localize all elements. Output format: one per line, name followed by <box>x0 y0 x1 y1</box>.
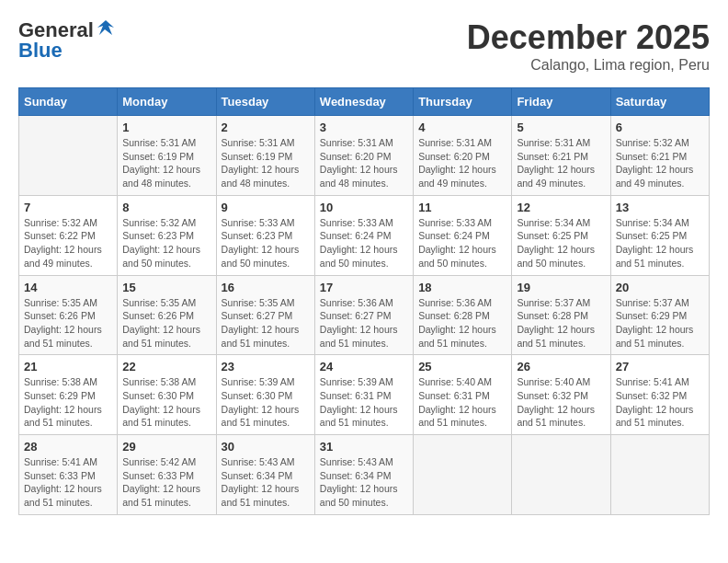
calendar-cell: 6Sunrise: 5:32 AM Sunset: 6:21 PM Daylig… <box>610 116 709 196</box>
calendar-cell: 8Sunrise: 5:32 AM Sunset: 6:23 PM Daylig… <box>118 195 216 275</box>
day-info: Sunrise: 5:31 AM Sunset: 6:21 PM Dayligh… <box>517 136 605 190</box>
day-info: Sunrise: 5:33 AM Sunset: 6:24 PM Dayligh… <box>320 216 408 270</box>
weekday-header-saturday: Saturday <box>610 88 709 116</box>
day-info: Sunrise: 5:37 AM Sunset: 6:28 PM Dayligh… <box>517 296 605 350</box>
calendar-cell: 11Sunrise: 5:33 AM Sunset: 6:24 PM Dayli… <box>414 195 512 275</box>
day-number: 13 <box>616 201 704 214</box>
weekday-header-thursday: Thursday <box>414 88 512 116</box>
day-number: 16 <box>222 281 310 294</box>
day-info: Sunrise: 5:32 AM Sunset: 6:23 PM Dayligh… <box>122 216 210 270</box>
day-info: Sunrise: 5:32 AM Sunset: 6:22 PM Dayligh… <box>24 216 112 270</box>
logo-blue: Blue <box>18 39 63 63</box>
day-number: 24 <box>320 360 408 373</box>
calendar-cell: 27Sunrise: 5:41 AM Sunset: 6:32 PM Dayli… <box>610 355 709 435</box>
calendar-cell: 16Sunrise: 5:35 AM Sunset: 6:27 PM Dayli… <box>216 275 314 355</box>
calendar-cell: 13Sunrise: 5:34 AM Sunset: 6:25 PM Dayli… <box>610 195 709 275</box>
day-number: 3 <box>320 121 408 134</box>
day-number: 12 <box>517 201 605 214</box>
calendar-cell: 7Sunrise: 5:32 AM Sunset: 6:22 PM Daylig… <box>19 195 118 275</box>
calendar-cell <box>512 435 610 515</box>
day-number: 15 <box>122 281 210 294</box>
day-number: 18 <box>418 281 506 294</box>
day-info: Sunrise: 5:40 AM Sunset: 6:31 PM Dayligh… <box>418 375 506 430</box>
logo: General Blue <box>18 18 116 63</box>
title-block: December 2025 Calango, Lima region, Peru <box>467 18 710 74</box>
calendar-week-2: 7Sunrise: 5:32 AM Sunset: 6:22 PM Daylig… <box>19 195 710 275</box>
calendar-cell: 5Sunrise: 5:31 AM Sunset: 6:21 PM Daylig… <box>512 116 610 196</box>
calendar-cell: 25Sunrise: 5:40 AM Sunset: 6:31 PM Dayli… <box>414 355 512 435</box>
weekday-header-friday: Friday <box>512 88 610 116</box>
day-info: Sunrise: 5:35 AM Sunset: 6:26 PM Dayligh… <box>24 296 112 350</box>
calendar-cell: 28Sunrise: 5:41 AM Sunset: 6:33 PM Dayli… <box>19 435 118 515</box>
day-number: 31 <box>320 440 408 454</box>
calendar-header: SundayMondayTuesdayWednesdayThursdayFrid… <box>19 88 710 116</box>
day-info: Sunrise: 5:33 AM Sunset: 6:24 PM Dayligh… <box>418 216 506 270</box>
calendar-cell <box>414 435 512 515</box>
calendar-cell: 22Sunrise: 5:38 AM Sunset: 6:30 PM Dayli… <box>118 355 216 435</box>
calendar-cell: 23Sunrise: 5:39 AM Sunset: 6:30 PM Dayli… <box>216 355 314 435</box>
day-number: 27 <box>616 360 704 373</box>
day-info: Sunrise: 5:38 AM Sunset: 6:30 PM Dayligh… <box>122 375 210 430</box>
calendar-cell: 15Sunrise: 5:35 AM Sunset: 6:26 PM Dayli… <box>118 275 216 355</box>
calendar-week-5: 28Sunrise: 5:41 AM Sunset: 6:33 PM Dayli… <box>19 435 710 515</box>
day-info: Sunrise: 5:33 AM Sunset: 6:23 PM Dayligh… <box>222 216 310 270</box>
day-number: 6 <box>616 121 704 134</box>
calendar-cell: 20Sunrise: 5:37 AM Sunset: 6:29 PM Dayli… <box>610 275 709 355</box>
day-info: Sunrise: 5:31 AM Sunset: 6:20 PM Dayligh… <box>320 136 408 190</box>
day-number: 17 <box>320 281 408 294</box>
calendar-cell: 30Sunrise: 5:43 AM Sunset: 6:34 PM Dayli… <box>216 435 314 515</box>
calendar-cell: 26Sunrise: 5:40 AM Sunset: 6:32 PM Dayli… <box>512 355 610 435</box>
day-info: Sunrise: 5:38 AM Sunset: 6:29 PM Dayligh… <box>24 375 112 430</box>
calendar-cell: 14Sunrise: 5:35 AM Sunset: 6:26 PM Dayli… <box>19 275 118 355</box>
calendar-cell: 2Sunrise: 5:31 AM Sunset: 6:19 PM Daylig… <box>216 116 314 196</box>
day-info: Sunrise: 5:41 AM Sunset: 6:33 PM Dayligh… <box>24 455 112 510</box>
calendar-week-1: 1Sunrise: 5:31 AM Sunset: 6:19 PM Daylig… <box>19 116 710 196</box>
calendar-cell: 19Sunrise: 5:37 AM Sunset: 6:28 PM Dayli… <box>512 275 610 355</box>
day-number: 7 <box>24 201 112 214</box>
svg-marker-0 <box>97 20 114 35</box>
day-info: Sunrise: 5:43 AM Sunset: 6:34 PM Dayligh… <box>222 455 310 510</box>
calendar-cell: 10Sunrise: 5:33 AM Sunset: 6:24 PM Dayli… <box>314 195 413 275</box>
day-number: 22 <box>122 360 210 373</box>
calendar-cell <box>19 116 118 196</box>
day-info: Sunrise: 5:31 AM Sunset: 6:20 PM Dayligh… <box>418 136 506 190</box>
day-number: 26 <box>517 360 605 373</box>
day-info: Sunrise: 5:35 AM Sunset: 6:27 PM Dayligh… <box>222 296 310 350</box>
month-title: December 2025 <box>467 18 710 57</box>
day-number: 4 <box>418 121 506 134</box>
day-number: 20 <box>616 281 704 294</box>
day-info: Sunrise: 5:39 AM Sunset: 6:30 PM Dayligh… <box>222 375 310 430</box>
day-number: 1 <box>122 121 210 134</box>
day-number: 9 <box>222 201 310 214</box>
calendar-cell: 29Sunrise: 5:42 AM Sunset: 6:33 PM Dayli… <box>118 435 216 515</box>
day-number: 25 <box>418 360 506 373</box>
calendar-cell: 24Sunrise: 5:39 AM Sunset: 6:31 PM Dayli… <box>314 355 413 435</box>
day-info: Sunrise: 5:41 AM Sunset: 6:32 PM Dayligh… <box>616 375 704 430</box>
day-number: 21 <box>24 360 112 373</box>
day-number: 5 <box>517 121 605 134</box>
day-info: Sunrise: 5:34 AM Sunset: 6:25 PM Dayligh… <box>517 216 605 270</box>
calendar-week-4: 21Sunrise: 5:38 AM Sunset: 6:29 PM Dayli… <box>19 355 710 435</box>
calendar-week-3: 14Sunrise: 5:35 AM Sunset: 6:26 PM Dayli… <box>19 275 710 355</box>
day-number: 11 <box>418 201 506 214</box>
day-info: Sunrise: 5:31 AM Sunset: 6:19 PM Dayligh… <box>122 136 210 190</box>
day-info: Sunrise: 5:36 AM Sunset: 6:28 PM Dayligh… <box>418 296 506 350</box>
calendar-cell: 18Sunrise: 5:36 AM Sunset: 6:28 PM Dayli… <box>414 275 512 355</box>
day-info: Sunrise: 5:36 AM Sunset: 6:27 PM Dayligh… <box>320 296 408 350</box>
page-header: General Blue December 2025 Calango, Lima… <box>18 18 710 74</box>
day-info: Sunrise: 5:31 AM Sunset: 6:19 PM Dayligh… <box>222 136 310 190</box>
calendar-cell: 21Sunrise: 5:38 AM Sunset: 6:29 PM Dayli… <box>19 355 118 435</box>
calendar-cell: 12Sunrise: 5:34 AM Sunset: 6:25 PM Dayli… <box>512 195 610 275</box>
day-number: 10 <box>320 201 408 214</box>
day-info: Sunrise: 5:37 AM Sunset: 6:29 PM Dayligh… <box>616 296 704 350</box>
weekday-header-tuesday: Tuesday <box>216 88 314 116</box>
day-info: Sunrise: 5:32 AM Sunset: 6:21 PM Dayligh… <box>616 136 704 190</box>
day-info: Sunrise: 5:40 AM Sunset: 6:32 PM Dayligh… <box>517 375 605 430</box>
day-info: Sunrise: 5:34 AM Sunset: 6:25 PM Dayligh… <box>616 216 704 270</box>
calendar-cell <box>610 435 709 515</box>
calendar-table: SundayMondayTuesdayWednesdayThursdayFrid… <box>18 87 710 515</box>
day-info: Sunrise: 5:42 AM Sunset: 6:33 PM Dayligh… <box>122 455 210 510</box>
weekday-header-monday: Monday <box>118 88 216 116</box>
day-number: 19 <box>517 281 605 294</box>
day-info: Sunrise: 5:43 AM Sunset: 6:34 PM Dayligh… <box>320 455 408 510</box>
